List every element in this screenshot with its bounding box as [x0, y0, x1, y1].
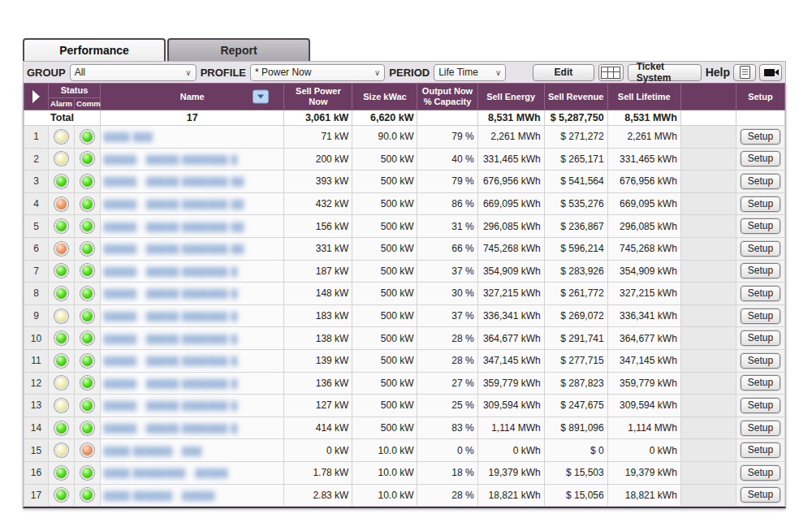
help-doc-button[interactable]	[733, 64, 756, 81]
period-select-value: Life Time	[438, 67, 478, 78]
edit-button[interactable]: Edit	[533, 64, 594, 81]
site-name-cell[interactable]: ████ ██████ - █████	[101, 484, 284, 507]
output-capacity-value: 40 %	[417, 148, 477, 171]
sell-lifetime-value: 1,114 MWh	[607, 417, 680, 439]
site-name-cell[interactable]: █████ - █████ ███████ █	[101, 372, 284, 395]
tab-performance[interactable]: Performance	[23, 38, 166, 61]
sell-lifetime-value: 336,341 kWh	[607, 304, 680, 327]
setup-button[interactable]: Setup	[741, 375, 780, 391]
site-name-cell[interactable]: █████ - █████ ███████ █	[101, 304, 284, 327]
output-capacity-value: 66 %	[417, 237, 477, 260]
blank-cell	[680, 327, 736, 350]
performance-table: Status Name Sell Power Now Size kWac Out…	[24, 83, 785, 507]
site-name-cell[interactable]: ████ ███	[101, 126, 284, 149]
sell-revenue-value: $ 283,926	[544, 260, 607, 283]
setup-button[interactable]: Setup	[741, 330, 780, 346]
site-name-cell[interactable]: █████ - █████ ███████ ██	[101, 237, 284, 260]
sell-energy-value: 327,215 kWh	[477, 283, 544, 305]
alarm-cell	[49, 372, 75, 395]
output-capacity-value: 37 %	[417, 304, 477, 327]
setup-button[interactable]: Setup	[741, 309, 780, 324]
comm-status-led	[80, 443, 94, 457]
site-name-cell[interactable]: █████ - █████ ███████ █	[101, 327, 284, 350]
setup-cell: Setup	[736, 126, 784, 149]
sell-energy-value: 18,821 kWh	[477, 484, 544, 507]
setup-cell: Setup	[736, 484, 784, 507]
tab-bar: Performance Report	[23, 39, 786, 61]
site-name-cell[interactable]: █████ - █████ ███████ ██	[101, 192, 284, 215]
alarm-status-led	[54, 399, 68, 412]
site-name-blurred: █████ - █████ ███████ █	[104, 289, 238, 298]
grid-view-button[interactable]	[598, 64, 624, 81]
site-name-cell[interactable]: █████ - █████ ███████ █	[101, 148, 284, 171]
sell-power-value: 1.78 kW	[284, 461, 352, 484]
col-header-sell-energy[interactable]: Sell Energy	[477, 84, 544, 110]
setup-button[interactable]: Setup	[741, 151, 780, 166]
sell-energy-value: 354,909 kWh	[477, 260, 544, 283]
size-value: 500 kW	[352, 192, 417, 215]
site-name-cell[interactable]: █████ - █████ ███████ █	[101, 417, 284, 439]
site-name-cell[interactable]: █████ - █████ ███████ █	[101, 349, 284, 372]
setup-button[interactable]: Setup	[741, 353, 780, 369]
alarm-cell	[49, 237, 75, 260]
row-number: 10	[24, 327, 49, 350]
setup-button[interactable]: Setup	[741, 442, 780, 458]
alarm-cell	[49, 260, 75, 283]
setup-button[interactable]: Setup	[741, 129, 780, 145]
size-value: 10.0 kW	[352, 461, 417, 484]
site-name-cell[interactable]: ████ ██████ - ███	[101, 439, 284, 462]
sell-lifetime-value: 364,677 kWh	[607, 327, 680, 350]
tab-report[interactable]: Report	[167, 38, 310, 61]
col-header-output[interactable]: Output Now % Capacity	[417, 84, 477, 110]
total-count: 17	[101, 110, 284, 126]
profile-select[interactable]: * Power Now ∨	[250, 64, 385, 81]
group-select[interactable]: All ∨	[70, 64, 197, 81]
setup-button[interactable]: Setup	[741, 196, 780, 212]
setup-button[interactable]: Setup	[741, 218, 780, 234]
toolbar: GROUP All ∨ PROFILE * Power Now ∨ PERIOD…	[23, 61, 786, 83]
site-name-cell[interactable]: █████ - █████ ███████ █	[101, 260, 284, 283]
site-name-cell[interactable]: █████ - █████ ███████ █	[101, 283, 284, 305]
table-row: 12 █████ - █████ ███████ █ 136 kW 500 kW…	[24, 372, 785, 395]
period-select[interactable]: Life Time ∨	[434, 64, 506, 81]
alarm-cell	[49, 283, 75, 305]
alarm-status-led	[54, 219, 68, 233]
col-header-size[interactable]: Size kWac	[352, 84, 417, 110]
name-sort-button[interactable]	[253, 90, 269, 104]
col-header-status: Status	[49, 84, 101, 98]
row-number: 15	[24, 439, 49, 462]
col-header-sell-revenue[interactable]: Sell Revenue	[544, 84, 607, 110]
sell-energy-value: 309,594 kWh	[477, 395, 544, 417]
comm-cell	[75, 260, 101, 283]
site-name-cell[interactable]: ████ ████████ - █████	[101, 461, 284, 484]
setup-button[interactable]: Setup	[741, 421, 780, 436]
setup-button[interactable]: Setup	[741, 241, 780, 257]
col-header-sell-lifetime[interactable]: Sell Lifetime	[607, 84, 680, 110]
setup-cell: Setup	[736, 349, 784, 372]
setup-button[interactable]: Setup	[741, 174, 780, 189]
site-name-blurred: ████ ███	[104, 132, 153, 141]
site-name-cell[interactable]: █████ - █████ ███████ ██	[101, 171, 284, 193]
setup-cell: Setup	[736, 304, 784, 327]
site-name-cell[interactable]: █████ - █████ ███████ ██	[101, 215, 284, 238]
table-row: 13 █████ - █████ ███████ █ 127 kW 500 kW…	[24, 395, 785, 417]
comm-cell	[75, 283, 101, 305]
col-header-sell-power[interactable]: Sell Power Now	[284, 84, 352, 110]
site-name-blurred: █████ - █████ ███████ ██	[104, 177, 244, 186]
site-name-cell[interactable]: █████ - █████ ███████ █	[101, 395, 284, 417]
output-capacity-value: 83 %	[417, 417, 477, 439]
size-value: 500 kW	[352, 372, 417, 395]
setup-button[interactable]: Setup	[741, 465, 780, 481]
col-header-name[interactable]: Name	[101, 84, 284, 110]
setup-button[interactable]: Setup	[741, 286, 780, 301]
comm-status-led	[80, 175, 94, 188]
alarm-cell	[49, 192, 75, 215]
ticket-system-button[interactable]: Ticket System	[628, 64, 702, 81]
expand-arrow-header[interactable]	[24, 84, 49, 110]
setup-button[interactable]: Setup	[741, 263, 780, 278]
setup-button[interactable]: Setup	[741, 487, 780, 503]
comm-status-led	[80, 219, 94, 233]
setup-button[interactable]: Setup	[741, 398, 780, 413]
sell-power-value: 148 kW	[284, 283, 352, 305]
help-video-button[interactable]	[759, 64, 782, 81]
